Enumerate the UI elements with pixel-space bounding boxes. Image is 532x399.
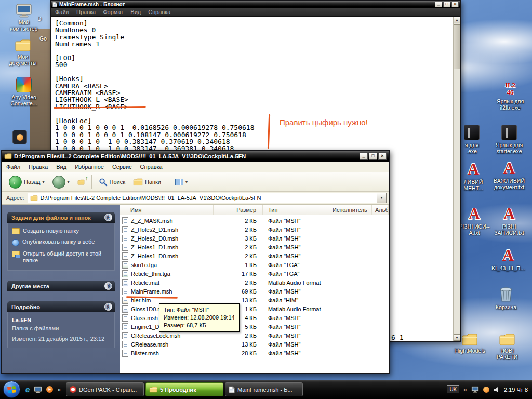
- column-header[interactable]: Тип: [263, 205, 329, 215]
- notepad-menubar: ФайлПравкаФорматВидСправка: [51, 8, 460, 17]
- desktop-icon-text-doc-2[interactable]: А РІЗНІ ИСИ--А.txt: [458, 206, 490, 236]
- notepad-titlebar[interactable]: MainFrame.msh - Блокнот _ □ ×: [51, 1, 460, 8]
- language-indicator[interactable]: UK: [447, 385, 459, 393]
- file-tasks-header[interactable]: Задачи для файлов и папок ≪: [7, 212, 115, 223]
- file-row[interactable]: skin1o.tga 1 КБ Файл "TGA": [120, 260, 389, 269]
- forward-button[interactable]: → ▾: [50, 175, 72, 190]
- panel-title: Задачи для файлов и папок: [11, 215, 91, 221]
- desktop-icon-label: KI_43_III_П...: [491, 265, 525, 271]
- desktop-icon-starter-shortcut[interactable]: Ярлык для starter.exe: [491, 125, 527, 154]
- file-row[interactable]: Reticle.mat 2 КБ Matlab Audio Format: [120, 278, 389, 287]
- file-size: 2 КБ: [214, 280, 263, 286]
- file-row[interactable]: Z_Holes2_D1.msh 2 КБ Файл "MSH": [120, 225, 389, 234]
- file-row[interactable]: Reticle_thin.tga 17 КБ Файл "TGA": [120, 269, 389, 278]
- desktop-icon-text-doc-1[interactable]: А ЛИВИЙ МЕНТ...: [459, 161, 487, 191]
- file-size: 2 КБ: [214, 253, 263, 259]
- menu-item[interactable]: Правка: [24, 164, 52, 170]
- desktop-icon-label: Ярлык для starter.exe: [491, 142, 527, 154]
- file-icon: [122, 261, 128, 269]
- column-header[interactable]: Размер: [214, 205, 263, 215]
- desktop-icon-exe-shortcut[interactable]: я для .exe: [458, 125, 485, 154]
- address-dropdown-button[interactable]: ▾: [377, 193, 386, 203]
- chevron-up-icon[interactable]: ≪: [104, 303, 112, 311]
- start-button[interactable]: [3, 381, 20, 398]
- notepad-vertical-scrollbar[interactable]: ▲ ▼: [453, 17, 460, 341]
- scrollbar-thumb[interactable]: [454, 24, 460, 69]
- close-button[interactable]: ×: [378, 153, 387, 160]
- search-button[interactable]: Поиск: [96, 177, 128, 188]
- file-row[interactable]: MainFrame.msh 69 КБ Файл "MSH": [120, 287, 389, 296]
- file-name-cell: Reticle_thin.tga: [120, 270, 214, 277]
- chevron-down-icon[interactable]: ≪: [104, 282, 112, 290]
- scroll-up-icon[interactable]: ▲: [454, 17, 460, 23]
- menu-item[interactable]: Файл: [2, 164, 24, 170]
- file-type: Файл "MSH": [263, 350, 329, 356]
- scroll-down-icon[interactable]: ▼: [454, 334, 460, 341]
- menu-item[interactable]: Избранное: [71, 164, 108, 170]
- file-row[interactable]: CRelease.msh 13 КБ Файл "MSH": [120, 340, 389, 349]
- desktop-icon-il2fb-shortcut[interactable]: IL2 46 Ярлык для il2fb.exe: [493, 81, 528, 111]
- column-header[interactable]: Имя: [120, 205, 214, 215]
- menu-item[interactable]: Справка: [144, 9, 174, 15]
- taskbar-button-explorer-group[interactable]: 5 Проводник: [145, 382, 223, 396]
- views-button[interactable]: ▾: [172, 178, 190, 187]
- minimize-button[interactable]: _: [435, 2, 442, 7]
- menu-item[interactable]: Справка: [136, 164, 167, 170]
- app-shortcut-icon: [464, 125, 480, 140]
- media-player-icon[interactable]: ▶: [46, 386, 53, 393]
- file-row[interactable]: Z_Holes2_D0.msh 3 КБ Файл "MSH": [120, 234, 389, 243]
- taskbar-clock[interactable]: 2:19 Чт 8: [504, 387, 528, 393]
- file-row[interactable]: Z_Holes1_D0.msh 2 КБ Файл "MSH": [120, 251, 389, 260]
- minimize-button[interactable]: _: [360, 153, 368, 160]
- desktop-icon-my-documents[interactable]: Мои документы: [5, 38, 41, 66]
- task-link[interactable]: Создать новую папку: [12, 228, 110, 234]
- desktop-icon-rizni-zapysy[interactable]: А РІЗНІ ЗАПИСИ.txt: [491, 206, 527, 236]
- taskbar-button-opera[interactable]: DGen PACK - Стран...: [66, 382, 144, 396]
- file-size: 13 КБ: [214, 341, 263, 348]
- maximize-button[interactable]: □: [369, 153, 377, 160]
- address-input[interactable]: D:\Program Files\IL-2 Complete Edition\M…: [28, 193, 387, 203]
- menu-item[interactable]: Вид: [127, 9, 144, 15]
- tray-collapse-icon[interactable]: «: [463, 386, 467, 393]
- back-button[interactable]: ← Назад ▾: [6, 175, 47, 190]
- explorer-titlebar[interactable]: D:\Program Files\IL-2 Complete Edition\M…: [2, 151, 389, 162]
- update-tray-icon[interactable]: [483, 387, 489, 393]
- show-desktop-icon[interactable]: [34, 386, 42, 393]
- close-button[interactable]: ×: [451, 2, 459, 7]
- menu-item[interactable]: Правка: [73, 9, 99, 15]
- file-row[interactable]: Z_Z_MASK.msh 2 КБ Файл "MSH": [120, 216, 389, 225]
- chevron-up-icon[interactable]: ≪: [104, 214, 112, 221]
- quick-launch-overflow-icon[interactable]: »: [57, 386, 61, 393]
- file-row[interactable]: Blister.msh 28 КБ Файл "MSH": [120, 349, 389, 357]
- maximize-button[interactable]: □: [443, 2, 450, 7]
- folders-button[interactable]: Папки: [130, 177, 164, 187]
- details-header[interactable]: Подробно ≪: [7, 301, 115, 312]
- desktop-icon-recycle-bin[interactable]: Корзина: [488, 286, 524, 310]
- display-tray-icon[interactable]: [471, 386, 479, 393]
- task-link[interactable]: Опубликовать папку в вебе: [12, 238, 110, 246]
- taskbar-button-notepad[interactable]: MainFrame.msh - Б...: [225, 382, 303, 396]
- menu-item[interactable]: Формат: [99, 9, 127, 15]
- desktop-icon-my-computer[interactable]: Мой компьютер: [6, 3, 42, 32]
- file-row[interactable]: CReleaseLock.msh 2 КБ Файл "MSH": [120, 331, 389, 340]
- internet-explorer-icon[interactable]: e: [25, 385, 30, 394]
- file-size: 28 КБ: [214, 350, 263, 356]
- task-link[interactable]: Открыть общий доступ к этой папке: [12, 250, 110, 264]
- desktop-icon-any-video-converter[interactable]: Any Video Converte...: [6, 77, 42, 107]
- desktop-icon-label: РІЗНІ ИСИ--А.txt: [459, 223, 490, 236]
- menu-item[interactable]: Сервис: [108, 164, 136, 170]
- column-header[interactable]: Альб...: [372, 205, 389, 215]
- menu-item[interactable]: Файл: [51, 9, 73, 15]
- menu-item[interactable]: Вид: [52, 164, 71, 170]
- notepad-text[interactable]: [Common] NumBones 0 FramesType Single Nu…: [51, 17, 453, 152]
- desktop-icon-ki43[interactable]: А KI_43_III_П...: [490, 247, 526, 271]
- desktop-icon-vazhlyvyi-doc[interactable]: А ВАЖЛИВИЙ документ.txt: [491, 160, 527, 190]
- volume-icon[interactable]: [494, 387, 500, 393]
- desktop-icon-music-app[interactable]: [9, 130, 30, 144]
- column-header[interactable]: Исполнитель: [329, 205, 372, 215]
- file-row[interactable]: Z_Holes1_D1.msh 2 КБ Файл "MSH": [120, 243, 389, 251]
- desktop-icon-novi-rakety[interactable]: НОВІ РАКЕТИ: [489, 332, 525, 360]
- up-button[interactable]: ↑: [75, 177, 87, 187]
- other-places-header[interactable]: Другие места ≪: [7, 281, 115, 291]
- folder-icon: [149, 386, 157, 393]
